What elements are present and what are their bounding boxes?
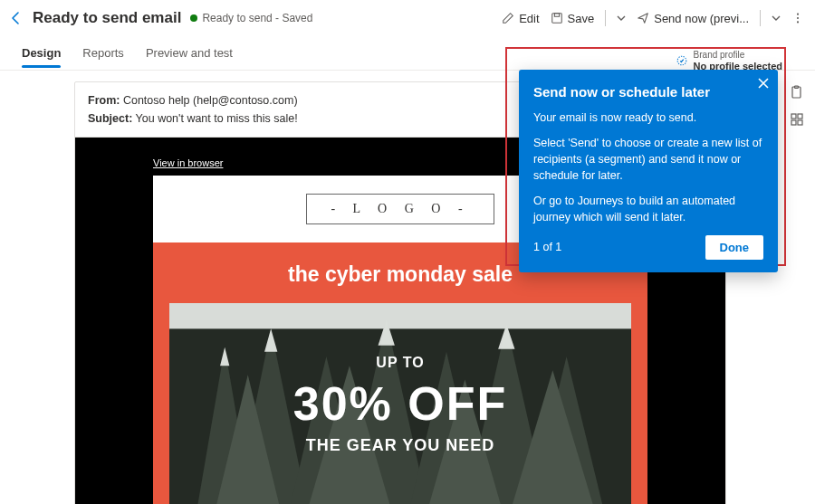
pencil-icon bbox=[502, 12, 514, 24]
tab-preview[interactable]: Preview and test bbox=[146, 39, 233, 67]
logo-placeholder: - L O G O - bbox=[306, 194, 494, 224]
from-value: Contoso help (help@contoso.com) bbox=[123, 94, 298, 107]
send-dropdown[interactable] bbox=[772, 14, 781, 23]
back-arrow[interactable] bbox=[9, 11, 24, 25]
divider bbox=[760, 10, 761, 26]
more-vertical-icon bbox=[791, 12, 804, 24]
save-dropdown[interactable] bbox=[617, 14, 626, 23]
save-button[interactable]: Save bbox=[551, 12, 595, 25]
tip-progress: 1 of 1 bbox=[533, 239, 561, 255]
percent-off-text: 30% OFF bbox=[293, 376, 508, 431]
right-toolbar bbox=[788, 83, 806, 128]
save-label: Save bbox=[568, 12, 595, 25]
tip-line3: Or go to Journeys to build an automated … bbox=[533, 193, 763, 225]
divider bbox=[605, 10, 606, 26]
svg-rect-26 bbox=[798, 114, 802, 119]
hero-band: the cyber monday sale bbox=[153, 242, 647, 504]
tip-line1: Your email is now ready to send. bbox=[533, 109, 763, 126]
subject-value: You won't want to miss this sale! bbox=[136, 112, 298, 125]
tab-design[interactable]: Design bbox=[22, 39, 61, 67]
save-icon bbox=[551, 12, 563, 24]
chevron-down-icon bbox=[617, 14, 626, 23]
send-label: Send now (previ... bbox=[654, 12, 749, 25]
tip-line2: Select 'Send' to choose or create a new … bbox=[533, 135, 763, 184]
header-actions: Edit Save Send now (previ... bbox=[502, 10, 804, 26]
from-label: From: bbox=[88, 94, 120, 107]
send-icon bbox=[637, 12, 649, 24]
more-menu[interactable] bbox=[791, 12, 804, 24]
edit-button[interactable]: Edit bbox=[502, 12, 539, 25]
svg-rect-1 bbox=[554, 14, 559, 17]
header: Ready to send email Ready to send - Save… bbox=[0, 0, 815, 36]
svg-point-2 bbox=[797, 14, 799, 15]
subject-label: Subject: bbox=[88, 112, 132, 125]
brand-profile-chip[interactable]: Brand profile No profile selected bbox=[676, 50, 782, 71]
edit-label: Edit bbox=[519, 12, 539, 25]
grid-icon[interactable] bbox=[788, 110, 806, 128]
svg-point-4 bbox=[797, 21, 799, 23]
up-to-text: UP TO bbox=[376, 355, 424, 371]
svg-point-3 bbox=[797, 17, 799, 19]
page-title: Ready to send email bbox=[33, 9, 181, 27]
done-button[interactable]: Done bbox=[705, 235, 764, 260]
svg-rect-27 bbox=[791, 120, 796, 125]
hero-image: UP TO 30% OFF THE GEAR YOU NEED bbox=[169, 303, 631, 504]
status-dot-icon bbox=[190, 14, 197, 22]
tab-reports[interactable]: Reports bbox=[82, 39, 124, 67]
send-now-button[interactable]: Send now (previ... bbox=[637, 12, 749, 25]
svg-rect-28 bbox=[798, 120, 802, 125]
close-button[interactable] bbox=[758, 77, 769, 93]
svg-rect-18 bbox=[169, 303, 631, 328]
status-text: Ready to send - Saved bbox=[202, 12, 312, 24]
svg-rect-0 bbox=[551, 14, 561, 24]
gear-line-text: THE GEAR YOU NEED bbox=[306, 436, 495, 455]
close-icon bbox=[758, 78, 769, 89]
tip-footer: 1 of 1 Done bbox=[533, 235, 763, 260]
chevron-down-icon bbox=[772, 14, 781, 23]
brand-label: Brand profile bbox=[694, 50, 782, 61]
tip-title: Send now or schedule later bbox=[533, 82, 763, 102]
header-left: Ready to send email Ready to send - Save… bbox=[9, 9, 312, 27]
svg-rect-25 bbox=[791, 114, 796, 119]
clipboard-icon[interactable] bbox=[788, 83, 806, 101]
gear-badge-icon bbox=[676, 54, 688, 67]
status-pill: Ready to send - Saved bbox=[190, 12, 312, 24]
teaching-tip: Send now or schedule later Your email is… bbox=[519, 70, 778, 272]
